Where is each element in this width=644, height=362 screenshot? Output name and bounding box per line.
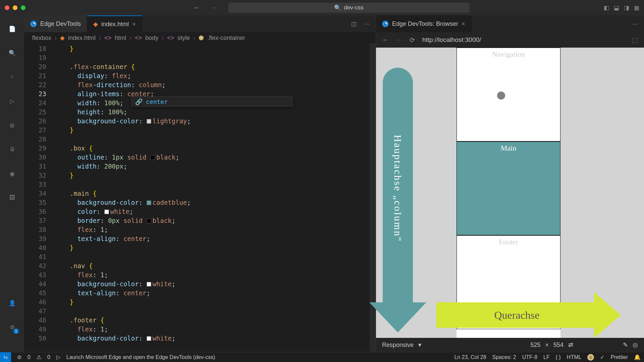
account-icon[interactable]: 👤	[7, 298, 17, 308]
bell-icon[interactable]: 🔔	[634, 354, 641, 360]
viewport-width[interactable]: 525	[530, 342, 540, 349]
edit-icon[interactable]: ✎	[623, 341, 628, 349]
image-icon[interactable]: 🖼	[7, 192, 17, 203]
layout-controls: ◧ ⬓ ◨ ▦	[604, 4, 639, 11]
html-file-icon: ◆	[60, 34, 65, 42]
html-file-icon: ◆	[93, 20, 98, 28]
split-editor-icon[interactable]: ◫	[351, 20, 357, 27]
chevron-down-icon[interactable]: ▾	[418, 341, 421, 349]
more-actions-icon[interactable]: ⋯	[364, 20, 370, 27]
run-debug-icon[interactable]: ▷	[7, 96, 17, 107]
flex-container-preview: Navigation Main Footer	[457, 48, 560, 338]
rotate-icon[interactable]: ⇄	[568, 341, 573, 349]
browser-viewport[interactable]: Hauptachse „column" Navigation Main Foot…	[376, 48, 644, 338]
close-tab-icon[interactable]: ×	[462, 20, 465, 27]
close-tab-icon[interactable]: ×	[132, 21, 136, 28]
browser-forward-icon[interactable]: →	[396, 36, 402, 44]
browser-toolbar: ← → ⟳ http://localhost:3000/ ⬚	[376, 32, 644, 48]
remote-indicator[interactable]: ⇆	[0, 352, 11, 362]
tag-icon: <>	[167, 35, 174, 42]
preview-main-box: Main	[457, 141, 560, 235]
warning-count: 0	[47, 354, 50, 360]
tab-label: Edge DevTools	[40, 20, 81, 27]
main-axis-arrow: Hauptachse „column"	[383, 68, 413, 309]
intellisense-popup[interactable]: 🔗 center	[131, 97, 292, 107]
crumb-file[interactable]: index.html	[68, 35, 96, 42]
browser-back-icon[interactable]: ←	[382, 36, 388, 44]
tag-icon: <>	[135, 35, 142, 42]
main-label: Main	[501, 144, 516, 152]
tab-label: index.html	[101, 21, 129, 28]
tab-label: Edge DevTools: Browser	[392, 20, 458, 27]
editor-group-right: ◔ Edge DevTools: Browser × ⋯ ← → ⟳ http:…	[376, 15, 644, 352]
extensions-icon[interactable]: ⊞	[7, 120, 17, 131]
tab-browser[interactable]: ◔ Edge DevTools: Browser ×	[376, 15, 472, 32]
tab-edge-devtools[interactable]: ◔ Edge DevTools	[24, 15, 87, 32]
nav-back-icon[interactable]: ←	[193, 3, 201, 12]
footer-label: Footer	[499, 238, 518, 246]
more-actions-icon[interactable]: ⋯	[632, 20, 638, 27]
crumb-selector[interactable]: .flex-container	[207, 35, 245, 42]
crumb-html[interactable]: html	[115, 35, 126, 42]
suggestion-text: center	[146, 98, 168, 105]
selector-icon: ⬢	[199, 34, 204, 42]
nav-forward-icon[interactable]: →	[211, 3, 218, 12]
language-mode[interactable]: HTML	[567, 354, 582, 360]
crumb-style[interactable]: style	[177, 35, 190, 42]
panel-bottom-icon[interactable]: ⬓	[614, 4, 619, 11]
viewport-height[interactable]: 554	[553, 342, 564, 349]
code-content[interactable]: } .flex-container { display: flex; flex-…	[54, 44, 370, 352]
remote-icon[interactable]: 🖥	[7, 144, 17, 155]
breadcrumb[interactable]: flexbox› ◆ index.html› <> html› <> body›…	[24, 32, 376, 44]
reload-icon[interactable]: ⟳	[410, 36, 415, 44]
minimize-window-icon[interactable]	[13, 5, 17, 10]
panel-right-icon[interactable]: ◨	[624, 4, 629, 11]
eol[interactable]: LF	[543, 354, 550, 360]
search-activity-icon[interactable]: 🔍	[7, 48, 17, 58]
cross-axis-label: Querachse	[494, 309, 539, 321]
settings-gear-icon[interactable]: ⚙	[7, 322, 17, 333]
editor-group-left: ◔ Edge DevTools ◆ index.html × ◫ ⋯ flexb…	[24, 15, 376, 352]
crumb-folder[interactable]: flexbox	[32, 35, 51, 42]
nav-label: Navigation	[492, 50, 525, 58]
browser-tab-bar: ◔ Edge DevTools: Browser × ⋯	[376, 15, 644, 32]
status-bar: ⇆ ⊘ 0 ⚠ 0 ▷ Launch Microsoft Edge and op…	[0, 352, 644, 362]
cursor-position[interactable]: Ln 23, Col 28	[454, 354, 486, 360]
crumb-body[interactable]: body	[145, 35, 158, 42]
warnings-icon[interactable]: ⚠	[37, 354, 41, 360]
activity-bar: 📄 🔍 ⑂ ▷ ⊞ 🖥 ◉ 🖼 👤 ⚙	[0, 15, 24, 352]
error-count: 0	[28, 354, 31, 360]
line-gutter: 1819202122232425262728293031323334353637…	[24, 44, 54, 352]
preview-nav-box: Navigation	[457, 48, 560, 141]
panel-left-icon[interactable]: ◧	[604, 4, 609, 11]
edge-icon[interactable]: ◉	[7, 168, 17, 179]
editor-tab-bar: ◔ Edge DevTools ◆ index.html × ◫ ⋯	[24, 15, 376, 32]
inspect-icon[interactable]: ⬚	[632, 36, 638, 44]
code-editor[interactable]: 1819202122232425262728293031323334353637…	[24, 44, 376, 352]
window-controls	[5, 5, 25, 10]
cross-axis-arrow: Querachse	[436, 302, 597, 328]
browser-status-bar: Responsive ▾ 525 × 554 ⇄ ✎ ◎	[376, 338, 644, 352]
indent-setting[interactable]: Spaces: 2	[492, 354, 516, 360]
layout-grid-icon[interactable]: ▦	[634, 4, 639, 11]
debug-launch-icon[interactable]: ▷	[56, 354, 60, 360]
encoding[interactable]: UTF-8	[522, 354, 537, 360]
explorer-icon[interactable]: 📄	[7, 23, 17, 34]
launch-message[interactable]: Launch Microsoft Edge and open the Edge …	[66, 354, 215, 360]
command-center[interactable]: 🔍 dev-css	[228, 3, 470, 13]
device-select[interactable]: Responsive	[382, 342, 414, 349]
target-icon[interactable]: ◎	[633, 341, 638, 349]
title-bar: ← → 🔍 dev-css ◧ ⬓ ◨ ▦	[0, 0, 644, 15]
smiley-icon[interactable]: ☺	[587, 354, 594, 361]
address-bar[interactable]: http://localhost:3000/	[422, 36, 481, 44]
edge-file-icon: ◔	[382, 20, 389, 27]
tab-index-html[interactable]: ◆ index.html ×	[87, 15, 142, 32]
source-control-icon[interactable]: ⑂	[7, 72, 17, 82]
maximize-window-icon[interactable]	[21, 5, 25, 10]
errors-icon[interactable]: ⊘	[17, 354, 21, 360]
close-window-icon[interactable]	[5, 5, 9, 10]
prettier-status[interactable]: Prettier	[610, 354, 628, 360]
main-axis-label: Hauptachse „column"	[392, 135, 404, 242]
bracket-icon[interactable]: { }	[556, 354, 561, 360]
project-name: dev-css	[344, 4, 364, 11]
